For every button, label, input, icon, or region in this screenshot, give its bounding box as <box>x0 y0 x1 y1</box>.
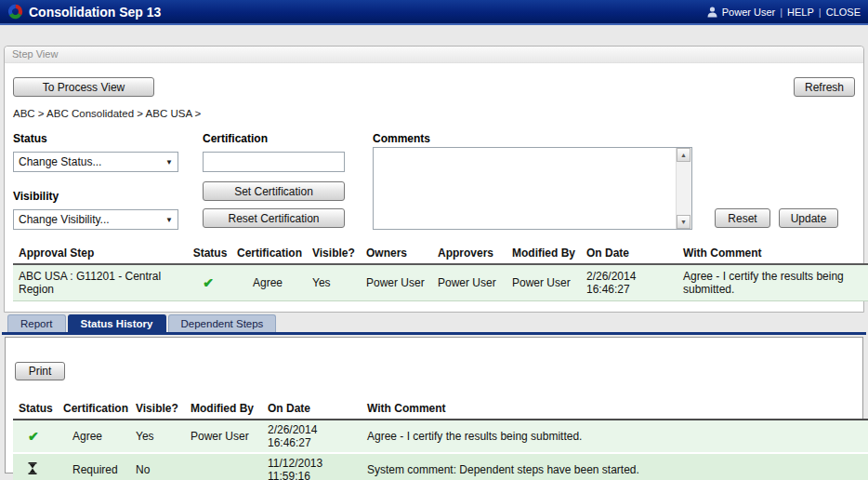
cell-visible: Yes <box>307 264 361 301</box>
print-button[interactable]: Print <box>15 362 65 380</box>
step-view-panel-title: Step View <box>5 47 863 63</box>
cell-status: ✔ <box>188 264 232 301</box>
visibility-dropdown[interactable]: Change Visibility... ▼ <box>13 209 178 230</box>
header-separator: | <box>819 7 822 18</box>
col-modified-by: Modified By <box>506 244 581 264</box>
comments-label: Comments <box>373 132 430 145</box>
col-certification: Certification <box>58 399 130 420</box>
visibility-label: Visibility <box>13 190 59 203</box>
status-approved-check-icon: ✔ <box>28 429 39 444</box>
status-history-table: Status Certification Visible? Modified B… <box>13 399 868 480</box>
breadcrumb: ABC > ABC Consolidated > ABC USA > <box>13 108 201 119</box>
refresh-button[interactable]: Refresh <box>794 77 855 97</box>
set-certification-button[interactable]: Set Certification <box>203 181 345 201</box>
tab-status-history[interactable]: Status History <box>68 314 166 333</box>
col-approval-step: Approval Step <box>13 244 188 264</box>
col-on-date: On Date <box>262 399 362 420</box>
col-status: Status <box>188 244 232 264</box>
app-header: Consolidation Sep 13 Power User | HELP |… <box>0 0 868 23</box>
col-visible: Visible? <box>307 244 361 264</box>
col-approvers: Approvers <box>432 244 506 264</box>
scroll-down-icon[interactable]: ▼ <box>677 215 690 229</box>
cell-with-comment: System comment: Dependent steps have bee… <box>362 453 868 480</box>
status-dropdown[interactable]: Change Status... ▼ <box>13 152 178 172</box>
visibility-dropdown-value: Change Visibility... <box>19 213 110 226</box>
chevron-down-icon: ▼ <box>165 217 173 224</box>
col-certification: Certification <box>232 244 307 264</box>
status-history-panel: Print Status Certification Visible? Modi… <box>5 337 863 473</box>
cell-modified-by: Power User <box>185 420 262 453</box>
cell-status: ✔ <box>13 420 58 453</box>
cell-on-date: 11/12/2013 11:59:16 <box>262 453 362 480</box>
app-title: Consolidation Sep 13 <box>29 5 161 20</box>
tab-dependent-steps[interactable]: Dependent Steps <box>168 314 277 333</box>
chevron-down-icon: ▼ <box>165 159 173 167</box>
col-visible: Visible? <box>130 399 185 420</box>
app-window: Consolidation Sep 13 Power User | HELP |… <box>0 0 868 480</box>
table-row[interactable]: ABC USA : G11201 - Central Region ✔ Agre… <box>13 264 868 301</box>
tab-report[interactable]: Report <box>7 314 66 333</box>
tab-underline <box>2 332 866 335</box>
approval-step-table: Approval Step Status Certification Visib… <box>13 244 868 301</box>
table-row[interactable]: ✔ Agree Yes Power User 2/26/2014 16:46:2… <box>13 420 868 453</box>
col-modified-by: Modified By <box>185 399 262 420</box>
close-link[interactable]: CLOSE <box>826 7 861 18</box>
cell-certification: Agree <box>58 420 130 453</box>
step-view-panel: Step View To Process View Refresh ABC > … <box>4 46 864 313</box>
col-status: Status <box>13 399 58 420</box>
cell-owners: Power User <box>361 264 432 301</box>
certification-label: Certification <box>203 132 268 145</box>
cell-visible: No <box>130 453 185 480</box>
table-header-row: Status Certification Visible? Modified B… <box>13 399 868 420</box>
reset-button[interactable]: Reset <box>715 208 770 228</box>
cell-approval-step: ABC USA : G11201 - Central Region <box>13 264 188 301</box>
header-separator: | <box>780 7 783 18</box>
app-logo-icon <box>7 4 23 20</box>
col-with-comment: With Comment <box>362 399 868 420</box>
user-link[interactable]: Power User <box>722 7 775 18</box>
col-on-date: On Date <box>581 244 677 264</box>
col-with-comment: With Comment <box>677 244 868 264</box>
reset-certification-button[interactable]: Reset Certification <box>203 208 345 228</box>
header-accent-strip <box>0 23 868 25</box>
scroll-up-icon[interactable]: ▲ <box>677 148 690 162</box>
table-header-row: Approval Step Status Certification Visib… <box>13 244 868 264</box>
table-row[interactable]: Required No 11/12/2013 11:59:16 System c… <box>13 453 868 480</box>
cell-modified-by <box>185 453 262 480</box>
cell-visible: Yes <box>130 420 185 453</box>
comments-textarea[interactable]: ▲ ▼ <box>373 147 692 230</box>
cell-with-comment: Agree - I certify the results being subm… <box>677 264 868 301</box>
cell-certification: Required <box>58 453 130 480</box>
cell-certification: Agree <box>232 264 307 301</box>
status-pending-hourglass-icon <box>28 462 37 474</box>
cell-approvers: Power User <box>432 264 506 301</box>
cell-on-date: 2/26/2014 16:46:27 <box>262 420 362 453</box>
update-button[interactable]: Update <box>779 208 838 228</box>
certification-input[interactable] <box>203 152 345 172</box>
cell-with-comment: Agree - I certify the results being subm… <box>362 420 868 453</box>
col-owners: Owners <box>361 244 432 264</box>
cell-modified-by: Power User <box>506 264 581 301</box>
cell-status <box>13 453 58 480</box>
status-label: Status <box>13 132 47 145</box>
tab-bar: Report Status History Dependent Steps <box>7 314 276 333</box>
comments-scrollbar[interactable]: ▲ ▼ <box>676 148 691 229</box>
status-dropdown-value: Change Status... <box>19 155 101 168</box>
status-approved-check-icon: ✔ <box>203 275 214 290</box>
cell-on-date: 2/26/2014 16:46:27 <box>581 264 677 301</box>
help-link[interactable]: HELP <box>787 7 814 18</box>
user-icon <box>707 7 717 18</box>
to-process-view-button[interactable]: To Process View <box>13 77 154 97</box>
